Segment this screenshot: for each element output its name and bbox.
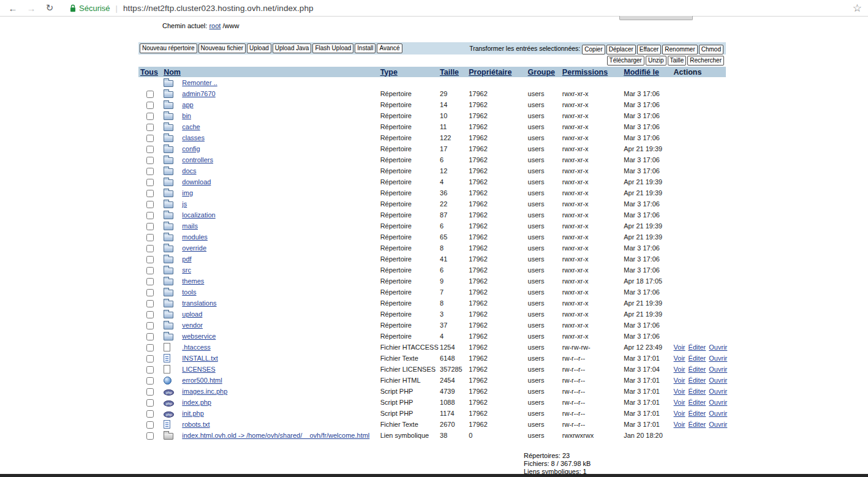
file-link[interactable]: init.php	[182, 410, 203, 417]
action-link[interactable]: Éditer	[689, 410, 706, 417]
file-link[interactable]: localization	[182, 211, 215, 219]
file-link[interactable]: modules	[182, 233, 208, 241]
row-checkbox[interactable]	[146, 234, 154, 241]
row-checkbox[interactable]	[146, 113, 154, 120]
file-link[interactable]: INSTALL.txt	[182, 355, 217, 362]
file-link[interactable]: download	[182, 178, 211, 186]
toolbar-button[interactable]: Télécharger	[607, 56, 644, 66]
file-link[interactable]: js	[182, 200, 187, 208]
row-checkbox[interactable]	[146, 366, 154, 374]
action-link[interactable]: Voir	[674, 421, 685, 428]
action-link[interactable]: Éditer	[689, 366, 706, 373]
toolbar-button[interactable]: Nouveau répertoire	[140, 43, 197, 53]
row-checkbox[interactable]	[146, 212, 154, 219]
action-link[interactable]: Éditer	[689, 388, 706, 395]
action-link[interactable]: Éditer	[689, 399, 706, 406]
toolbar-button[interactable]: Renommer	[662, 45, 697, 54]
file-link[interactable]: img	[182, 189, 193, 197]
file-link[interactable]: mails	[182, 222, 198, 230]
action-link[interactable]: Ouvrir	[709, 355, 727, 362]
action-link[interactable]: Ouvrir	[709, 344, 727, 351]
row-checkbox[interactable]	[146, 410, 154, 418]
action-link[interactable]: Voir	[674, 355, 685, 362]
action-link[interactable]: Ouvrir	[709, 377, 727, 384]
toolbar-button[interactable]: Chmod	[699, 45, 723, 54]
sort-modifie-link[interactable]: Modifié le	[624, 68, 659, 77]
row-checkbox[interactable]	[146, 190, 154, 197]
action-link[interactable]: Ouvrir	[709, 388, 727, 395]
row-checkbox[interactable]	[146, 377, 154, 385]
row-checkbox[interactable]	[146, 223, 154, 230]
toolbar-button[interactable]: Nouveau fichier	[198, 43, 246, 53]
reload-button[interactable]: ↻	[43, 2, 56, 13]
row-checkbox[interactable]	[146, 245, 154, 252]
action-link[interactable]: Voir	[674, 399, 685, 406]
toolbar-button[interactable]: Flash Upload	[312, 43, 353, 53]
row-checkbox[interactable]	[146, 146, 154, 153]
row-checkbox[interactable]	[146, 333, 154, 340]
file-link[interactable]: .htaccess	[182, 344, 210, 351]
file-link[interactable]: Remonter ..	[182, 79, 217, 86]
file-link[interactable]: images.inc.php	[182, 388, 227, 395]
file-link[interactable]: controllers	[182, 156, 213, 163]
sort-nom-link[interactable]: Nom	[164, 68, 181, 77]
bookmark-star-icon[interactable]: ☆	[853, 2, 862, 15]
row-checkbox[interactable]	[146, 102, 154, 109]
action-link[interactable]: Éditer	[689, 421, 706, 428]
file-link[interactable]: tools	[182, 288, 196, 296]
file-link[interactable]: docs	[182, 167, 196, 175]
file-link[interactable]: config	[182, 145, 200, 152]
file-link[interactable]: upload	[182, 310, 202, 318]
action-link[interactable]: Ouvrir	[709, 366, 727, 373]
file-link[interactable]: app	[182, 101, 193, 108]
row-checkbox[interactable]	[146, 355, 154, 362]
row-checkbox[interactable]	[146, 124, 154, 131]
sort-taille-link[interactable]: Taille	[440, 68, 459, 77]
row-checkbox[interactable]	[146, 168, 154, 175]
toolbar-button[interactable]: Déplacer	[606, 45, 636, 54]
toolbar-button[interactable]: Effacer	[637, 45, 662, 54]
sort-permissions-link[interactable]: Permissions	[562, 68, 608, 77]
select-all-link[interactable]: Tous	[140, 68, 158, 77]
file-link[interactable]: error500.html	[182, 377, 222, 384]
row-checkbox[interactable]	[146, 135, 154, 142]
toolbar-button[interactable]: Upload	[247, 43, 271, 53]
toolbar-button[interactable]: Install	[355, 43, 376, 53]
toolbar-button[interactable]: Rechercher	[687, 56, 724, 66]
row-checkbox[interactable]	[146, 278, 154, 285]
row-checkbox[interactable]	[146, 267, 154, 274]
toolbar-button[interactable]: Avancé	[377, 43, 402, 53]
row-checkbox[interactable]	[146, 91, 154, 98]
action-link[interactable]: Ouvrir	[709, 410, 727, 417]
sort-proprietaire-link[interactable]: Propriétaire	[469, 68, 511, 77]
toolbar-button[interactable]: Copier	[582, 45, 605, 54]
row-checkbox[interactable]	[146, 157, 154, 164]
file-link[interactable]: bin	[182, 112, 191, 119]
address-bar[interactable]: Sécurisé | https://net2ftp.cluster023.ho…	[70, 4, 314, 13]
forward-button[interactable]: →	[25, 3, 38, 13]
toolbar-button[interactable]: Taille	[668, 56, 687, 66]
sort-type-link[interactable]: Type	[380, 68, 398, 77]
file-link[interactable]: index.php	[182, 399, 211, 406]
file-link[interactable]: index.html.ovh.old -> /home/ovh/shared/_…	[182, 432, 369, 439]
action-link[interactable]: Voir	[674, 388, 685, 395]
file-link[interactable]: cache	[182, 123, 200, 130]
row-checkbox[interactable]	[146, 179, 154, 186]
action-link[interactable]: Éditer	[689, 344, 706, 351]
file-link[interactable]: pdf	[182, 255, 191, 263]
action-link[interactable]: Voir	[674, 344, 685, 351]
file-link[interactable]: override	[182, 244, 206, 252]
row-checkbox[interactable]	[146, 256, 154, 263]
action-link[interactable]: Voir	[674, 366, 685, 373]
row-checkbox[interactable]	[146, 399, 154, 407]
file-link[interactable]: themes	[182, 277, 204, 285]
row-checkbox[interactable]	[146, 300, 154, 307]
action-link[interactable]: Voir	[674, 377, 685, 384]
action-link[interactable]: Ouvrir	[709, 399, 727, 406]
file-link[interactable]: vendor	[182, 321, 203, 329]
row-checkbox[interactable]	[146, 388, 154, 396]
file-link[interactable]: webservice	[182, 332, 216, 340]
action-link[interactable]: Ouvrir	[709, 421, 727, 428]
row-checkbox[interactable]	[146, 421, 154, 429]
row-checkbox[interactable]	[146, 201, 154, 208]
